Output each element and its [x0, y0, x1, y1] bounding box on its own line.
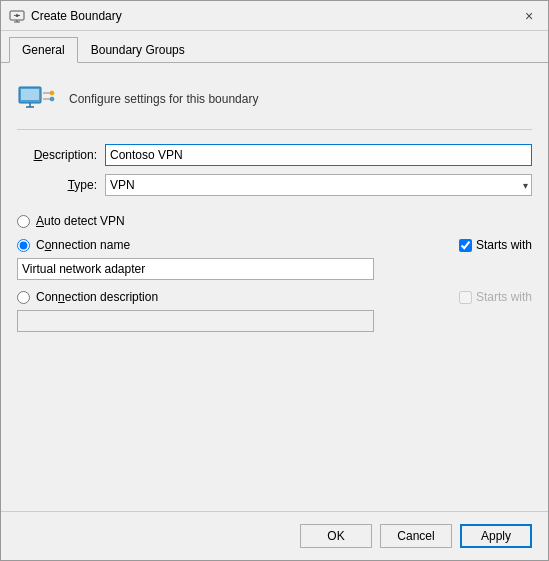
title-bar: Create Boundary ×: [1, 1, 548, 31]
dialog-title: Create Boundary: [31, 9, 122, 23]
svg-point-11: [50, 91, 54, 95]
main-content: Configure settings for this boundary Des…: [1, 63, 548, 511]
apply-button[interactable]: Apply: [460, 524, 532, 548]
tab-general[interactable]: General: [9, 37, 78, 63]
description-input[interactable]: [105, 144, 532, 166]
description-label: Description:: [17, 148, 97, 162]
starts-with-disabled-row: Starts with: [459, 290, 532, 304]
connection-name-radio-left: Connection name: [17, 238, 130, 252]
auto-detect-label[interactable]: Auto detect VPN: [36, 214, 125, 228]
type-row: Type: VPN IP address range IPv6 prefix A…: [17, 174, 532, 196]
form-section: Description: Type: VPN IP address range …: [17, 144, 532, 196]
header-section: Configure settings for this boundary: [17, 79, 532, 130]
connection-desc-row: Connection description Starts with: [17, 290, 532, 304]
connection-name-row: Connection name Starts with: [17, 238, 532, 252]
connection-desc-input[interactable]: [17, 310, 374, 332]
tab-boundary-groups[interactable]: Boundary Groups: [78, 37, 198, 63]
type-select-wrapper: VPN IP address range IPv6 prefix Active …: [105, 174, 532, 196]
cancel-button[interactable]: Cancel: [380, 524, 452, 548]
title-bar-left: Create Boundary: [9, 8, 122, 24]
starts-with-desc-checkbox[interactable]: [459, 291, 472, 304]
connection-name-input[interactable]: [17, 258, 374, 280]
close-button[interactable]: ×: [518, 5, 540, 27]
connection-name-section: Connection name Starts with: [17, 238, 532, 280]
connection-desc-label[interactable]: Connection description: [36, 290, 158, 304]
header-description: Configure settings for this boundary: [69, 92, 258, 106]
options-section: Auto detect VPN Connection name Starts w…: [17, 210, 532, 332]
network-boundary-icon: [17, 79, 57, 119]
dialog-title-icon: [9, 8, 25, 24]
type-label: Type:: [17, 178, 97, 192]
auto-detect-row: Auto detect VPN: [17, 214, 532, 228]
connection-name-label[interactable]: Connection name: [36, 238, 130, 252]
svg-rect-7: [21, 89, 39, 100]
starts-with-label[interactable]: Starts with: [476, 238, 532, 252]
description-row: Description:: [17, 144, 532, 166]
connection-desc-radio[interactable]: [17, 291, 30, 304]
starts-with-desc-label: Starts with: [476, 290, 532, 304]
type-select[interactable]: VPN IP address range IPv6 prefix Active …: [105, 174, 532, 196]
dialog: Create Boundary × General Boundary Group…: [0, 0, 549, 561]
tab-bar: General Boundary Groups: [1, 31, 548, 63]
ok-button[interactable]: OK: [300, 524, 372, 548]
starts-with-checkbox[interactable]: [459, 239, 472, 252]
starts-with-checkbox-row: Starts with: [459, 238, 532, 252]
footer: OK Cancel Apply: [1, 511, 548, 560]
auto-detect-radio[interactable]: [17, 215, 30, 228]
svg-point-13: [50, 97, 54, 101]
connection-description-section: Connection description Starts with: [17, 290, 532, 332]
connection-desc-radio-left: Connection description: [17, 290, 158, 304]
connection-name-radio[interactable]: [17, 239, 30, 252]
